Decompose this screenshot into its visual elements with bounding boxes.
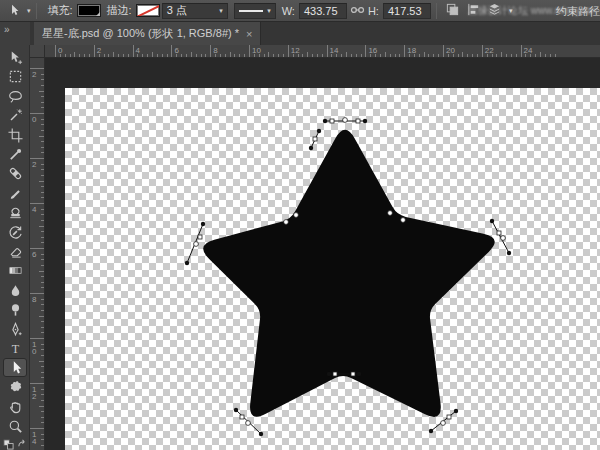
stroke-width-field[interactable]: 3 点 ▾ (162, 3, 228, 19)
close-tab-icon[interactable]: × (246, 28, 252, 40)
vertical-ruler: 20246810121416 (30, 58, 45, 450)
zoom-tool[interactable] (3, 417, 27, 436)
healing-brush-icon (8, 166, 23, 181)
tool-preset-arrow-icon[interactable] (7, 3, 20, 19)
swap-colors-icon[interactable] (17, 436, 28, 450)
path-operations-icon[interactable] (445, 2, 460, 19)
direction-handle-dot[interactable] (317, 129, 321, 133)
constrain-path-checkbox-label[interactable]: 约束路径 (556, 4, 600, 19)
direction-handle-dot[interactable] (507, 251, 511, 255)
anchor-point[interactable] (330, 119, 334, 123)
anchor-point[interactable] (343, 118, 348, 123)
tool-preset-caret-icon[interactable]: ▾ (27, 7, 31, 15)
ruler-tick-label: 8 (32, 296, 36, 303)
direction-handle-dot[interactable] (454, 409, 458, 413)
pen-icon (8, 322, 23, 337)
direction-handle-dot[interactable] (259, 432, 263, 436)
document-tab[interactable]: 星星-底.psd @ 100% (形状 1, RGB/8#) * × (34, 22, 261, 45)
clone-stamp-tool[interactable] (3, 203, 27, 222)
tools-panel: T (0, 45, 30, 450)
dodge-icon (8, 302, 23, 317)
document-tab-bar: 星星-底.psd @ 100% (形状 1, RGB/8#) * × (30, 22, 600, 45)
path-alignment-icon[interactable] (466, 2, 481, 19)
stroke-width-caret-icon[interactable]: ▾ (219, 7, 223, 15)
direction-handle-dot[interactable] (327, 372, 331, 376)
move-tool[interactable] (3, 48, 27, 67)
ruler-tick-label: 14 (32, 431, 36, 445)
canvas-transparency-checkerboard[interactable] (65, 88, 600, 450)
path-arrangement-caret-icon[interactable]: ▾ (509, 7, 513, 15)
magic-wand-tool[interactable] (3, 106, 27, 125)
stroke-style-caret-icon[interactable]: ▾ (267, 7, 271, 15)
link-dimensions-icon[interactable] (350, 4, 365, 18)
brush-tool[interactable] (3, 184, 27, 203)
history-brush-tool[interactable] (3, 223, 27, 242)
direction-handle-dot[interactable] (323, 119, 327, 123)
hand-tool[interactable] (3, 397, 27, 416)
eyedropper-tool[interactable] (3, 145, 27, 164)
path-selection-tool[interactable] (3, 358, 27, 377)
direction-handle-dot[interactable] (490, 219, 494, 223)
fill-color-swatch[interactable] (77, 4, 101, 17)
photoshop-window: ▾ 填充: 描边: 3 点 ▾ ▾ W: 433.75 H: 417.53 (0, 0, 600, 450)
options-bar: ▾ 填充: 描边: 3 点 ▾ ▾ W: 433.75 H: 417.53 (0, 0, 600, 22)
anchor-point[interactable] (447, 415, 451, 419)
shape-height-input[interactable]: 417.53 (383, 3, 431, 19)
anchor-point[interactable] (313, 137, 317, 141)
separator (436, 3, 437, 19)
stroke-width-value: 3 点 (167, 3, 187, 18)
eraser-tool[interactable] (3, 242, 27, 261)
anchor-point[interactable] (501, 236, 506, 241)
direction-handle-dot[interactable] (309, 146, 313, 150)
shape-width-input[interactable]: 433.75 (299, 3, 347, 19)
brush-icon (8, 186, 23, 201)
gradient-tool[interactable] (3, 261, 27, 280)
anchor-point[interactable] (294, 213, 299, 218)
direction-handle-dot[interactable] (234, 408, 238, 412)
anchor-point[interactable] (497, 231, 501, 235)
ruler-origin-corner[interactable] (30, 45, 45, 58)
stroke-style-dropdown[interactable]: ▾ (234, 3, 276, 19)
crop-tool[interactable] (3, 126, 27, 145)
ruler-tick-label: 10 (32, 341, 36, 355)
direction-handle-dot[interactable] (185, 261, 189, 265)
anchor-point[interactable] (351, 372, 355, 376)
direction-handle-dot[interactable] (429, 429, 433, 433)
anchor-point[interactable] (194, 242, 199, 247)
mini-color-swatches-icon[interactable] (3, 436, 14, 450)
pen-tool[interactable] (3, 320, 27, 339)
ruler-tick-label: 2 (32, 161, 36, 168)
path-arrangement-icon[interactable] (487, 2, 502, 19)
anchor-point[interactable] (198, 235, 202, 239)
gradient-icon (8, 263, 23, 278)
star-shape-layer[interactable] (65, 88, 600, 450)
custom-shape-tool[interactable] (3, 378, 27, 397)
marquee-icon (8, 69, 23, 84)
anchor-point[interactable] (246, 421, 251, 426)
collapse-panel-button[interactable]: » (0, 22, 30, 45)
dodge-tool[interactable] (3, 300, 27, 319)
crop-icon (8, 128, 23, 143)
blur-tool[interactable] (3, 281, 27, 300)
anchor-point[interactable] (284, 220, 289, 225)
double-chevron-icon: » (4, 24, 10, 35)
anchor-point[interactable] (333, 372, 337, 376)
path-selection-icon (8, 360, 23, 375)
marquee-tool[interactable] (3, 67, 27, 86)
anchor-point[interactable] (401, 218, 406, 223)
anchor-point[interactable] (356, 119, 360, 123)
healing-brush-tool[interactable] (3, 164, 27, 183)
direction-handle-dot[interactable] (357, 372, 361, 376)
direction-handle-dot[interactable] (201, 222, 205, 226)
anchor-point[interactable] (240, 415, 244, 419)
fill-label: 填充: (48, 3, 73, 18)
stroke-color-swatch[interactable] (136, 4, 160, 17)
move-icon (8, 50, 23, 65)
custom-shape-icon (8, 380, 23, 395)
type-tool[interactable]: T (3, 339, 27, 358)
anchor-point[interactable] (388, 211, 393, 216)
anchor-point[interactable] (441, 421, 446, 426)
direction-handle-dot[interactable] (363, 119, 367, 123)
lasso-tool[interactable] (3, 87, 27, 106)
svg-text:T: T (11, 342, 19, 356)
